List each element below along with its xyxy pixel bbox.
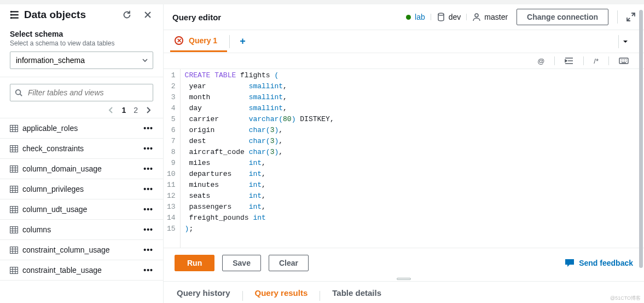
line-number: 5 [167,114,176,125]
svg-point-2 [11,18,11,18]
svg-point-0 [11,12,11,12]
filter-input[interactable] [10,84,153,101]
table-name: constraint_table_usage [22,266,143,275]
line-number: 1 [167,70,176,81]
table-row[interactable]: column_privileges••• [0,179,163,199]
main: Query editor lab dev master Change conne… [164,4,644,303]
table-icon [10,226,18,233]
table-row[interactable]: column_domain_usage••• [0,159,163,179]
add-tab-button[interactable]: + [232,30,253,53]
tab-query-results[interactable]: Query results [255,288,308,303]
change-connection-button[interactable]: Change connection [517,9,608,25]
svg-rect-11 [10,267,18,273]
table-name: applicable_roles [22,124,143,133]
schema-label: Select schema [10,30,153,38]
svg-point-13 [475,14,478,17]
row-menu-icon[interactable]: ••• [143,205,153,214]
search-icon [15,89,22,96]
indent-icon[interactable] [565,57,573,65]
line-number: 4 [167,103,176,114]
schema-help: Select a schema to view data tables [10,39,153,47]
status-dot-icon [406,15,411,20]
table-icon [10,247,18,254]
svg-rect-7 [10,186,18,192]
table-name: columns [22,225,143,234]
table-row[interactable]: constraint_column_usage••• [0,240,163,260]
line-number: 7 [167,136,176,147]
table-row[interactable]: check_constraints••• [0,139,163,159]
table-name: column_udt_usage [22,205,143,214]
sql-editor[interactable]: 123456789101112131415 CREATE TABLE fligh… [164,68,644,248]
svg-point-12 [438,13,444,15]
row-menu-icon[interactable]: ••• [143,144,153,153]
table-row[interactable]: column_udt_usage••• [0,199,163,220]
table-icon [10,145,18,152]
table-icon [10,125,18,132]
refresh-button[interactable] [121,9,132,20]
svg-rect-8 [10,206,18,213]
table-icon [10,165,18,173]
send-feedback-link[interactable]: Send feedback [565,259,633,267]
scrollbar[interactable] [639,10,643,268]
keyboard-icon[interactable] [619,58,629,64]
editor-title: Query editor [172,13,397,22]
table-icon [10,206,18,213]
table-row[interactable]: constraint_table_usage••• [0,260,163,281]
table-name: check_constraints [22,144,143,153]
svg-rect-10 [10,247,18,253]
row-menu-icon[interactable]: ••• [143,266,153,275]
line-number: 13 [167,202,176,213]
line-number: 14 [167,213,176,224]
database-icon [437,13,445,21]
expand-icon[interactable] [626,13,635,21]
conn-cluster: lab [406,13,425,21]
save-button[interactable]: Save [222,255,261,271]
conn-user: master [473,13,508,21]
line-number: 10 [167,169,176,180]
line-number: 11 [167,180,176,191]
line-number: 9 [167,158,176,169]
sidebar-title: Data objects [10,9,121,21]
line-number: 3 [167,92,176,103]
svg-rect-4 [10,125,18,132]
code-area[interactable]: CREATE TABLE flights ( year smallint, mo… [181,69,339,248]
row-menu-icon[interactable]: ••• [143,164,153,173]
line-number: 2 [167,81,176,92]
table-icon [10,186,18,193]
table-icon [10,267,18,274]
table-row[interactable]: columns••• [0,220,163,240]
watermark: @51CTO博客 [610,295,641,302]
conn-database: dev [437,13,461,21]
line-number: 12 [167,191,176,202]
table-name: constraint_column_usage [22,245,143,254]
tabs-menu-icon[interactable] [622,38,629,45]
comment-tool[interactable]: /* [594,57,599,65]
tab-query-history[interactable]: Query history [177,288,230,303]
line-number: 8 [167,147,176,158]
row-menu-icon[interactable]: ••• [143,185,153,193]
schema-select[interactable]: information_schema [10,52,153,69]
clear-button[interactable]: Clear [269,255,309,271]
row-menu-icon[interactable]: ••• [143,124,153,133]
svg-point-1 [11,14,11,15]
close-tab-icon[interactable]: ✕ [175,36,183,45]
tab-table-details[interactable]: Table details [332,288,381,303]
at-tool[interactable]: @ [537,57,544,65]
sidebar: Data objects Select schema Select a sche… [0,4,164,303]
run-button[interactable]: Run [175,255,214,271]
svg-rect-5 [10,145,18,152]
query-tab-1[interactable]: ✕ Query 1 [170,31,227,52]
row-menu-icon[interactable]: ••• [143,225,153,234]
svg-point-3 [16,90,21,95]
line-number: 6 [167,125,176,136]
table-row[interactable]: applicable_roles••• [0,118,163,139]
page-prev[interactable] [108,107,114,113]
row-menu-icon[interactable]: ••• [143,245,153,254]
table-name: column_privileges [22,185,143,193]
list-icon [10,10,20,20]
user-icon [473,13,480,21]
page-next[interactable] [146,107,151,113]
close-button[interactable] [142,9,153,20]
page-1[interactable]: 1 [121,106,126,115]
page-2[interactable]: 2 [134,106,138,115]
